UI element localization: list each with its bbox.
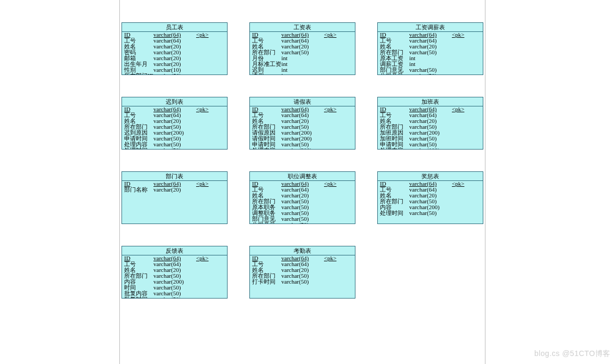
db-table-title: 工资调薪表 — [378, 23, 483, 32]
db-column-pk: <pk> — [452, 106, 473, 112]
db-table-body: IDvarchar(64)<pk>工号varchar(64)姓名varchar(… — [250, 181, 355, 224]
db-column-type: int — [281, 67, 324, 73]
db-column-pk — [452, 147, 473, 150]
db-column-pk — [196, 49, 217, 55]
db-table: 工资表IDvarchar(64)<pk>工号varchar(64)姓名varch… — [249, 22, 355, 75]
db-column-pk — [452, 124, 473, 130]
db-column-pk — [324, 273, 345, 279]
db-column-type: varchar(50) — [281, 279, 324, 285]
db-column-type: int — [281, 73, 324, 75]
db-column-pk — [196, 55, 217, 61]
db-table: 部门表IDvarchar(64)<pk>部门名称varchar(20) — [121, 171, 228, 224]
db-table-body: IDvarchar(64)<pk>工号varchar(64)姓名varchar(… — [250, 32, 355, 75]
db-column-pk — [324, 142, 345, 147]
db-table-title: 职位调整表 — [250, 172, 355, 181]
db-table: 反馈表IDvarchar(64)<pk>工号varchar(64)姓名varch… — [121, 246, 228, 299]
db-column-pk: <pk> — [324, 106, 345, 112]
db-column-pk — [196, 124, 217, 130]
db-table-title: 工资表 — [250, 23, 355, 32]
db-column-row: 迟到int — [252, 67, 353, 73]
db-table-body: IDvarchar(64)<pk>工号varchar(64)姓名varchar(… — [250, 106, 355, 150]
db-column-type: varchar(50) — [281, 49, 324, 55]
db-column-pk — [196, 273, 217, 279]
db-column-name: 公司意见 — [380, 73, 409, 75]
db-column-pk — [324, 261, 345, 267]
db-column-pk — [324, 204, 345, 210]
db-column-pk — [452, 49, 473, 55]
db-column-pk — [324, 198, 345, 204]
db-table-title: 奖惩表 — [378, 172, 483, 181]
db-table: 奖惩表IDvarchar(64)<pk>工号varchar(64)姓名varch… — [377, 171, 483, 224]
db-table-title: 反馈表 — [122, 246, 227, 255]
db-column-name: 请假 — [252, 73, 281, 75]
db-column-pk: <pk> — [196, 255, 217, 261]
db-column-pk — [324, 55, 345, 61]
db-table-body: IDvarchar(64)<pk>工号varchar(64)姓名varchar(… — [122, 255, 227, 299]
db-column-type: varchar(50) — [409, 210, 452, 216]
db-table-body: IDvarchar(64)<pk>部门名称varchar(20) — [122, 181, 227, 193]
db-column-pk: <pk> — [196, 32, 217, 38]
db-column-pk — [196, 112, 217, 118]
db-column-pk — [324, 44, 345, 49]
db-column-pk — [324, 210, 345, 216]
db-column-type: varchar(50) — [153, 296, 196, 299]
db-column-pk — [196, 187, 217, 193]
db-table-body: IDvarchar(64)<pk>工号varchar(64)姓名varchar(… — [378, 32, 483, 75]
db-column-name: 打卡时间 — [252, 279, 281, 285]
db-column-type: varchar(50) — [153, 147, 196, 150]
db-column-pk — [452, 198, 473, 204]
db-column-pk: <pk> — [196, 106, 217, 112]
db-column-row: 公司意见varchar(50) — [252, 222, 353, 224]
db-column-pk — [324, 216, 345, 222]
db-table: 员工表IDvarchar(64)<pk>工号varchar(64)姓名varch… — [121, 22, 228, 75]
db-column-pk — [452, 112, 473, 118]
db-column-row: 公司意见varchar(50) — [380, 73, 481, 75]
db-column-pk — [196, 267, 217, 273]
db-table: 请假表IDvarchar(64)<pk>工号varchar(64)姓名varch… — [249, 97, 355, 150]
db-column-row: 所在部门IDvarchar(50) — [124, 73, 225, 75]
db-column-type: varchar(50) — [409, 49, 452, 55]
db-table-body: IDvarchar(64)<pk>工号varchar(64)姓名varchar(… — [378, 181, 483, 216]
db-column-pk — [452, 61, 473, 67]
db-column-type: varchar(20) — [153, 187, 196, 193]
db-column-pk — [324, 130, 345, 136]
db-column-name: 处理时间 — [124, 147, 153, 150]
db-table-title: 加班表 — [378, 97, 483, 106]
db-table: 职位调整表IDvarchar(64)<pk>工号varchar(64)姓名var… — [249, 171, 355, 224]
db-column-pk — [196, 147, 217, 150]
db-column-type: int — [281, 61, 324, 67]
db-table-title: 员工表 — [122, 23, 227, 32]
db-column-pk — [196, 291, 217, 296]
db-column-pk — [196, 44, 217, 49]
db-column-pk — [196, 61, 217, 67]
db-column-pk — [452, 67, 473, 73]
db-table: 迟到表IDvarchar(64)<pk>工号varchar(64)姓名varch… — [121, 97, 228, 150]
db-column-row: 部门名称varchar(20) — [124, 187, 225, 193]
db-column-type: varchar(100) — [409, 147, 452, 150]
db-column-name: 处理时间 — [380, 210, 409, 216]
db-column-name: 部门名称 — [124, 187, 153, 193]
db-table-title: 迟到表 — [122, 97, 227, 106]
db-column-pk — [196, 118, 217, 124]
db-column-row: 处理内容varchar(100) — [380, 147, 481, 150]
db-column-pk — [324, 222, 345, 224]
db-column-pk — [196, 38, 217, 44]
db-column-pk — [196, 136, 217, 142]
db-column-pk — [324, 112, 345, 118]
db-table: 加班表IDvarchar(64)<pk>工号varchar(64)姓名varch… — [377, 97, 483, 150]
db-column-pk — [452, 187, 473, 193]
db-column-row: 处理内容varchar(200) — [252, 147, 353, 150]
db-column-type: int — [281, 55, 324, 61]
db-column-pk — [196, 261, 217, 267]
db-column-type: int — [409, 55, 452, 61]
db-column-name: 处理内容 — [380, 147, 409, 150]
db-column-pk — [324, 193, 345, 198]
db-column-pk — [324, 61, 345, 67]
db-column-name: 处理内容 — [252, 147, 281, 150]
db-column-pk — [324, 279, 345, 285]
db-column-pk — [452, 118, 473, 124]
db-column-pk — [196, 130, 217, 136]
db-table-body: IDvarchar(64)<pk>工号varchar(64)姓名varchar(… — [122, 32, 227, 75]
db-column-pk — [452, 73, 473, 75]
db-column-row: 处理时间varchar(50) — [124, 147, 225, 150]
